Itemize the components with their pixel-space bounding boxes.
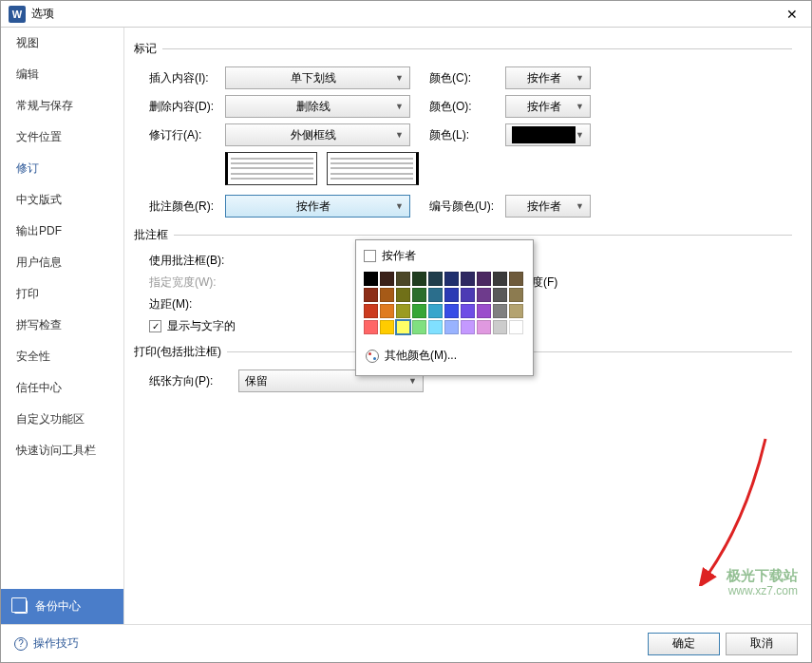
titlebar: W 选项 ✕ [1, 1, 811, 28]
color-swatch[interactable] [477, 272, 491, 286]
tips-link[interactable]: ? 操作技巧 [14, 635, 79, 652]
color-swatch[interactable] [428, 320, 443, 334]
combo-comment-color[interactable]: 按作者▼ [225, 195, 410, 218]
color-swatch[interactable] [412, 288, 426, 302]
color-swatch[interactable] [396, 304, 410, 318]
sidebar-item[interactable]: 拼写检查 [1, 310, 123, 341]
color-swatch[interactable] [461, 320, 475, 334]
combo-color-o[interactable]: 按作者▼ [505, 95, 591, 118]
preview-right [327, 152, 419, 185]
color-swatch[interactable] [493, 288, 507, 302]
color-swatch[interactable] [412, 304, 426, 318]
color-swatch[interactable] [396, 320, 410, 334]
color-swatch[interactable] [444, 320, 459, 334]
chevron-down-icon: ▼ [408, 376, 417, 386]
color-swatch[interactable] [477, 288, 491, 302]
color-swatch[interactable] [493, 272, 507, 286]
color-swatch[interactable] [364, 288, 378, 302]
more-colors-button[interactable]: 其他颜色(M)... [364, 344, 525, 368]
label-width: 指定宽度(W): [149, 275, 238, 291]
color-swatch[interactable] [412, 320, 426, 334]
annotation-arrow-2 [689, 434, 775, 586]
cancel-button[interactable]: 取消 [726, 633, 798, 655]
sidebar-item[interactable]: 信任中心 [1, 372, 123, 404]
color-swatch[interactable] [509, 272, 523, 286]
combo-insert[interactable]: 单下划线▼ [225, 66, 410, 89]
sidebar-item[interactable]: 快速访问工具栏 [1, 435, 123, 466]
palette-icon [366, 350, 379, 363]
sidebar-item[interactable]: 编辑 [1, 59, 123, 90]
color-swatch[interactable] [380, 320, 394, 334]
backup-icon [14, 600, 28, 614]
color-swatch[interactable] [509, 320, 523, 334]
by-author-label: 按作者 [382, 248, 416, 264]
chevron-down-icon: ▼ [395, 130, 404, 140]
dialog-title: 选项 [31, 6, 781, 22]
check-icon: ✓ [149, 320, 161, 332]
color-swatch[interactable] [396, 288, 410, 302]
color-swatch[interactable] [412, 272, 426, 286]
color-swatch[interactable] [509, 288, 523, 302]
combo-color-c[interactable]: 按作者▼ [505, 66, 591, 89]
color-swatch[interactable] [364, 272, 378, 286]
color-swatch[interactable] [444, 272, 459, 286]
label-revline: 修订行(A): [149, 127, 225, 143]
color-swatch[interactable] [380, 288, 394, 302]
color-swatch[interactable] [509, 304, 523, 318]
watermark: 极光下载站 www.xz7.com [727, 567, 798, 597]
sidebar-item[interactable]: 视图 [1, 28, 123, 59]
color-swatch[interactable] [380, 304, 394, 318]
preview-left [225, 152, 317, 185]
sidebar-item[interactable]: 修订 [1, 153, 123, 184]
close-button[interactable]: ✕ [781, 3, 803, 26]
color-swatch[interactable] [477, 304, 491, 318]
color-swatch[interactable] [428, 304, 443, 318]
ok-button[interactable]: 确定 [648, 633, 720, 655]
label-number-color: 编号颜色(U): [429, 199, 505, 215]
color-picker-popover: 按作者 其他颜色(M)... [355, 239, 534, 376]
combo-revline[interactable]: 外侧框线▼ [225, 123, 410, 146]
color-swatch[interactable] [396, 272, 410, 286]
app-icon: W [9, 6, 26, 23]
combo-color-l[interactable]: ▼ [505, 123, 591, 146]
color-swatch[interactable] [364, 320, 378, 334]
label-color-l: 颜色(L): [429, 127, 505, 143]
label-insert: 插入内容(I): [149, 70, 225, 86]
checkbox-show-line[interactable]: ✓显示与文字的 [149, 318, 236, 334]
sidebar-item[interactable]: 输出PDF [1, 216, 123, 247]
color-swatch-black [512, 126, 576, 143]
sidebar-item[interactable]: 文件位置 [1, 122, 123, 153]
label-orient: 纸张方向(P): [149, 373, 238, 389]
color-swatch[interactable] [428, 272, 443, 286]
color-swatch[interactable] [428, 288, 443, 302]
by-author-checkbox[interactable] [364, 250, 376, 262]
color-swatch[interactable] [461, 272, 475, 286]
color-swatch[interactable] [461, 304, 475, 318]
combo-number-color[interactable]: 按作者▼ [505, 195, 591, 218]
color-swatch[interactable] [493, 320, 507, 334]
sidebar: 视图编辑常规与保存文件位置修订中文版式输出PDF用户信息打印拼写检查安全性信任中… [1, 28, 124, 624]
sidebar-item[interactable]: 打印 [1, 278, 123, 310]
color-swatch[interactable] [461, 288, 475, 302]
label-margin: 边距(M): [149, 296, 238, 313]
sidebar-item[interactable]: 安全性 [1, 341, 123, 372]
label-color-c: 颜色(C): [429, 70, 505, 86]
sidebar-item[interactable]: 中文版式 [1, 184, 123, 216]
color-swatch[interactable] [380, 272, 394, 286]
dialog-footer: ? 操作技巧 确定 取消 [1, 624, 811, 662]
sidebar-item[interactable]: 常规与保存 [1, 90, 123, 122]
combo-delete[interactable]: 删除线▼ [225, 95, 410, 118]
label-color-o: 颜色(O): [429, 99, 505, 115]
color-swatch[interactable] [444, 304, 459, 318]
backup-center-label: 备份中心 [35, 598, 81, 615]
backup-center-button[interactable]: 备份中心 [1, 589, 123, 624]
question-icon: ? [14, 637, 28, 651]
sidebar-item[interactable]: 自定义功能区 [1, 404, 123, 435]
chevron-down-icon: ▼ [576, 102, 584, 111]
color-swatch[interactable] [444, 288, 459, 302]
sidebar-item[interactable]: 用户信息 [1, 247, 123, 278]
color-swatch[interactable] [477, 320, 491, 334]
color-swatch[interactable] [364, 304, 378, 318]
chevron-down-icon: ▼ [395, 102, 404, 111]
color-swatch[interactable] [493, 304, 507, 318]
